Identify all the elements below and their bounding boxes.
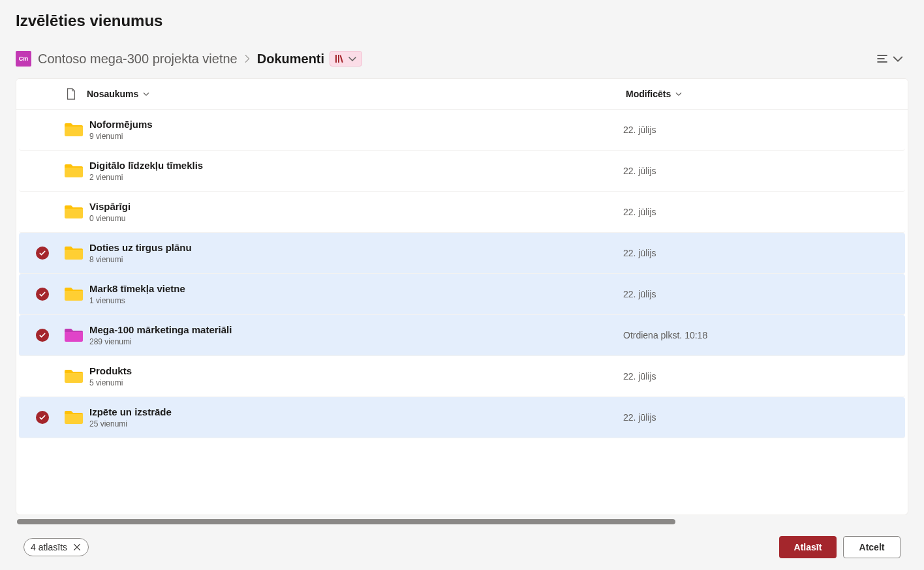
- cancel-button[interactable]: Atcelt: [843, 536, 901, 558]
- row-checkbox[interactable]: [36, 164, 49, 177]
- footer-buttons: Atlasīt Atcelt: [779, 536, 901, 558]
- file-list[interactable]: Nosaukums Modificēts Noformējums 9 vienu…: [16, 78, 908, 515]
- table-row[interactable]: Digitālo līdzekļu tīmeklis 2 vienumi 22.…: [19, 151, 905, 192]
- row-subtitle: 9 vienumi: [89, 132, 153, 141]
- row-modified: 22. jūlijs: [623, 125, 656, 135]
- row-name: Mark8 tīmekļa vietne: [89, 283, 185, 294]
- chevron-down-icon: [891, 52, 904, 65]
- row-modified: Otrdiena plkst. 10:18: [623, 330, 707, 340]
- breadcrumb-current[interactable]: Dokumenti: [257, 52, 324, 67]
- row-subtitle: 8 vienumi: [89, 255, 192, 264]
- picker-dialog: Izvēlēties vienumus Cm Contoso mega-300 …: [0, 0, 924, 570]
- row-name: Doties uz tirgus plānu: [89, 242, 192, 253]
- selection-count-label: 4 atlasīts: [31, 542, 67, 552]
- header-modified-column[interactable]: Modificēts: [626, 89, 900, 99]
- rows-container: Noformējums 9 vienumi 22. jūlijs Digitāl…: [16, 110, 908, 438]
- view-options-button[interactable]: [872, 50, 908, 68]
- row-name: Mega-100 mārketinga materiāli: [89, 324, 232, 335]
- row-subtitle: 0 vienumu: [89, 214, 131, 223]
- folder-icon: [63, 160, 84, 181]
- library-pill[interactable]: [330, 51, 362, 67]
- row-modified: 22. jūlijs: [623, 412, 656, 423]
- header-name-column[interactable]: Nosaukums: [87, 89, 626, 99]
- select-button[interactable]: Atlasīt: [779, 536, 837, 558]
- dialog-footer: 4 atlasīts Atlasīt Atcelt: [16, 530, 908, 570]
- list-view-icon: [876, 52, 889, 65]
- row-modified: 22. jūlijs: [623, 371, 656, 382]
- close-icon[interactable]: [72, 543, 82, 552]
- row-modified: 22. jūlijs: [623, 166, 656, 176]
- chevron-down-icon: [675, 90, 683, 98]
- row-name: Izpēte un izstrāde: [89, 406, 172, 417]
- folder-icon: [63, 243, 84, 263]
- dialog-title: Izvēlēties vienumus: [16, 12, 908, 30]
- chevron-down-icon: [347, 53, 358, 64]
- site-icon: Cm: [16, 51, 31, 67]
- table-row[interactable]: Mark8 tīmekļa vietne 1 vienums 22. jūlij…: [19, 274, 905, 315]
- folder-icon: [63, 366, 84, 387]
- checkmark-icon: [38, 249, 46, 257]
- header-type-column[interactable]: [55, 88, 87, 100]
- table-row[interactable]: Izpēte un izstrāde 25 vienumi 22. jūlijs: [19, 397, 905, 438]
- folder-icon: [63, 202, 84, 222]
- selection-count-pill[interactable]: 4 atlasīts: [23, 538, 89, 556]
- row-checkbox[interactable]: [36, 123, 49, 136]
- folder-icon: [63, 325, 84, 346]
- row-checkbox[interactable]: [36, 411, 49, 424]
- row-subtitle: 2 vienumi: [89, 173, 203, 182]
- table-row[interactable]: Vispārīgi 0 vienumu 22. jūlijs: [19, 192, 905, 233]
- breadcrumb-site[interactable]: Contoso mega-300 projekta vietne: [38, 52, 238, 67]
- row-name: Produkts: [89, 365, 132, 376]
- row-name: Noformējums: [89, 119, 153, 130]
- folder-icon: [63, 407, 84, 428]
- list-header: Nosaukums Modificēts: [16, 79, 908, 110]
- horizontal-scrollbar[interactable]: [16, 518, 908, 526]
- column-modified-label: Modificēts: [626, 89, 671, 99]
- row-checkbox[interactable]: [36, 329, 49, 342]
- row-checkbox[interactable]: [36, 288, 49, 301]
- row-subtitle: 289 vienumi: [89, 337, 232, 346]
- table-row[interactable]: Doties uz tirgus plānu 8 vienumi 22. jūl…: [19, 233, 905, 274]
- table-row[interactable]: Produkts 5 vienumi 22. jūlijs: [19, 356, 905, 397]
- checkmark-icon: [38, 331, 46, 339]
- row-subtitle: 5 vienumi: [89, 378, 132, 387]
- table-row[interactable]: Mega-100 mārketinga materiāli 289 vienum…: [19, 315, 905, 356]
- row-name: Vispārīgi: [89, 201, 131, 212]
- row-modified: 22. jūlijs: [623, 207, 656, 217]
- row-modified: 22. jūlijs: [623, 248, 656, 258]
- folder-icon: [63, 284, 84, 305]
- checkmark-icon: [38, 413, 46, 421]
- table-row[interactable]: Noformējums 9 vienumi 22. jūlijs: [19, 110, 905, 151]
- breadcrumb: Contoso mega-300 projekta vietne Dokumen…: [38, 51, 865, 67]
- row-subtitle: 25 vienumi: [89, 419, 172, 428]
- breadcrumb-row: Cm Contoso mega-300 projekta vietne Doku…: [16, 50, 908, 68]
- scrollbar-thumb[interactable]: [17, 519, 675, 524]
- file-icon: [65, 88, 77, 100]
- row-modified: 22. jūlijs: [623, 289, 656, 299]
- library-icon: [334, 53, 345, 64]
- row-subtitle: 1 vienums: [89, 296, 185, 305]
- checkmark-icon: [38, 290, 46, 298]
- row-checkbox[interactable]: [36, 205, 49, 218]
- row-name: Digitālo līdzekļu tīmeklis: [89, 160, 203, 171]
- chevron-right-icon: [243, 52, 252, 67]
- column-name-label: Nosaukums: [87, 89, 138, 99]
- row-checkbox[interactable]: [36, 370, 49, 383]
- row-checkbox[interactable]: [36, 247, 49, 260]
- chevron-down-icon: [142, 90, 150, 98]
- folder-icon: [63, 119, 84, 140]
